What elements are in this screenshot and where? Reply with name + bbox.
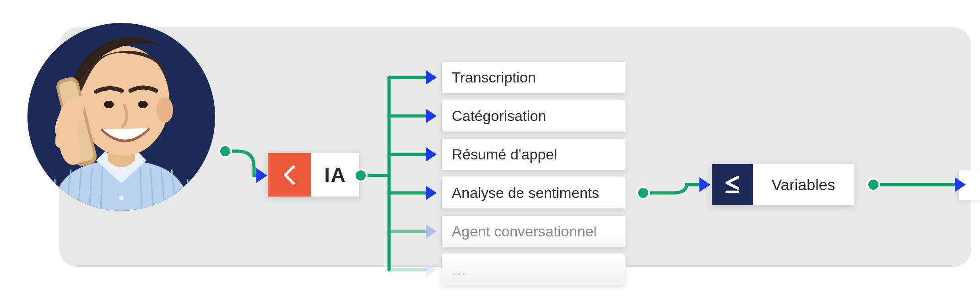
svg-point-10 [157,97,173,123]
feature-label: Agent conversationnel [452,223,597,240]
feature-label: Analyse de sentiments [452,185,599,202]
arrow-icon [426,147,437,162]
avatar [27,23,215,211]
port-dot [354,169,368,182]
arrow-icon [426,109,437,123]
feature-label: Transcription [452,69,536,86]
arrow-icon [955,177,966,192]
arrow-icon [426,70,437,85]
feature-resume-appel[interactable]: Résumé d'appel [442,139,625,170]
ia-node[interactable]: IA [268,153,359,197]
svg-point-8 [119,196,124,200]
chevron-left-icon [268,153,311,197]
ia-node-label: IA [311,164,359,186]
arrow-icon [699,177,710,192]
feature-transcription[interactable]: Transcription [442,62,625,93]
arrow-icon [256,168,267,183]
svg-point-11 [104,101,114,108]
port-dot [636,186,650,200]
variables-node[interactable]: Variables [712,164,854,205]
feature-label: … [452,262,466,279]
feature-label: Catégorisation [452,108,546,125]
feature-analyse-sentiments[interactable]: Analyse de sentiments [442,177,625,208]
variables-node-label: Variables [753,176,854,194]
feature-label: Résumé d'appel [452,146,557,163]
less-equal-icon [712,164,753,205]
port-dot [866,178,880,192]
feature-more[interactable]: … [442,254,625,285]
arrow-icon [426,224,437,239]
avatar-illustration [27,23,215,211]
feature-categorisation[interactable]: Catégorisation [442,100,625,131]
svg-point-12 [138,101,148,108]
arrow-icon [426,186,437,200]
arrow-icon [426,263,437,277]
port-dot [218,144,232,158]
feature-agent-conversationnel[interactable]: Agent conversationnel [442,216,625,247]
